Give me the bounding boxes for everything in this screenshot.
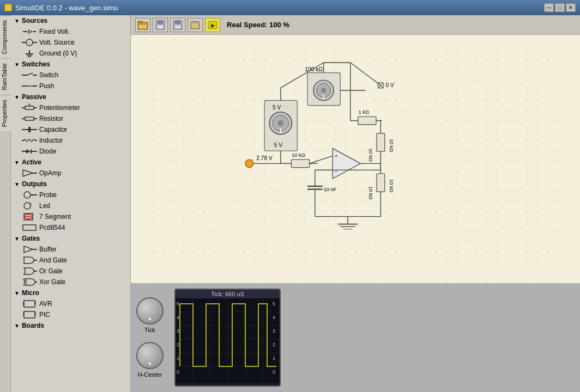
item-push[interactable]: Push: [11, 81, 130, 91]
xor-gate-icon: [22, 278, 37, 286]
section-micro[interactable]: ▼Micro: [11, 287, 130, 298]
save-button[interactable]: [170, 18, 185, 32]
svg-rect-8: [29, 50, 30, 53]
svg-rect-11: [28, 57, 31, 58]
svg-text:10 kΩ: 10 kΩ: [292, 152, 305, 158]
svg-rect-56: [34, 260, 37, 261]
xor-gate-label: Xor Gate: [39, 278, 65, 286]
oscilloscope: Tick: 660 uS: [174, 289, 281, 387]
switches-label: Switches: [22, 60, 50, 68]
capacitor-label: Capacitor: [39, 126, 67, 133]
svg-rect-1: [28, 29, 29, 34]
item-and-gate[interactable]: And Gate: [11, 255, 130, 266]
save-as-button[interactable]: [153, 18, 168, 32]
item-xor-gate[interactable]: Xor Gate: [11, 277, 130, 287]
import-button[interactable]: [188, 18, 203, 32]
section-outputs[interactable]: ▼Outputs: [11, 179, 130, 189]
svg-text:5: 5: [273, 301, 275, 307]
inductor-label: Inductor: [39, 137, 63, 144]
svg-rect-129: [377, 174, 385, 192]
section-active[interactable]: ▼Active: [11, 157, 130, 168]
svg-text:10 nF: 10 nF: [324, 187, 337, 192]
svg-rect-36: [31, 149, 32, 154]
item-switch[interactable]: Switch: [11, 70, 130, 81]
item-led[interactable]: Led: [11, 200, 130, 211]
item-probe[interactable]: Probe: [11, 189, 130, 200]
svg-text:4: 4: [177, 315, 179, 320]
minimize-button[interactable]: —: [544, 3, 554, 12]
opamp-icon: [22, 169, 37, 177]
tab-properties[interactable]: Properties: [0, 95, 11, 131]
pcd8544-icon: [22, 223, 37, 232]
svg-rect-155: [176, 298, 281, 383]
svg-rect-71: [138, 21, 142, 23]
section-sources[interactable]: ▼Sources: [11, 15, 130, 26]
svg-rect-32: [22, 140, 24, 141]
item-opamp[interactable]: OpAmp: [11, 168, 130, 179]
svg-rect-16: [22, 85, 26, 87]
push-icon: [22, 82, 37, 90]
avr-label: AVR: [39, 300, 52, 308]
item-fixed-volt[interactable]: Fixed Volt.: [11, 26, 130, 37]
svg-text:2: 2: [177, 342, 179, 347]
item-diode[interactable]: Diode: [11, 146, 130, 157]
svg-rect-18: [26, 85, 27, 87]
open-button[interactable]: [135, 18, 150, 32]
item-buffer[interactable]: Buffer: [11, 244, 130, 255]
item-volt-source[interactable]: ~ Volt. Source: [11, 37, 130, 48]
passive-label: Passive: [22, 93, 46, 101]
svg-marker-38: [23, 170, 33, 176]
item-or-gate[interactable]: Or Gate: [11, 266, 130, 277]
item-potentiometer[interactable]: Potentiometer: [11, 102, 130, 113]
svg-rect-17: [33, 85, 37, 87]
svg-text:0: 0: [177, 369, 179, 375]
svg-line-15: [27, 73, 33, 75]
svg-rect-14: [26, 75, 27, 76]
resistor-label: Resistor: [39, 115, 63, 122]
section-switches[interactable]: ▼Switches: [11, 59, 130, 70]
item-pcd8544[interactable]: Pcd8544: [11, 222, 130, 233]
svg-rect-28: [22, 129, 28, 130]
probe-label: Probe: [39, 191, 57, 199]
or-gate-label: Or Gate: [39, 267, 63, 275]
item-7segment[interactable]: 7 Segment: [11, 211, 130, 222]
svg-rect-27: [34, 118, 37, 119]
circuit-canvas[interactable]: 5 V 5 V 100 kΩ: [131, 35, 580, 283]
close-button[interactable]: ✕: [566, 3, 576, 12]
item-avr[interactable]: AVR: [11, 298, 130, 309]
section-passive[interactable]: ▼Passive: [11, 91, 130, 102]
switch-icon: [22, 71, 37, 79]
svg-text:1: 1: [177, 356, 179, 361]
svg-text:2.78 V: 2.78 V: [256, 155, 273, 161]
svg-rect-39: [33, 173, 37, 174]
svg-text:~: ~: [28, 41, 31, 46]
restore-button[interactable]: □: [555, 3, 565, 12]
svg-rect-26: [25, 117, 34, 120]
svg-rect-57: [34, 271, 37, 272]
tick-knob[interactable]: [136, 297, 164, 324]
svg-point-90: [277, 120, 283, 126]
hcenter-knob[interactable]: [136, 342, 164, 369]
svg-text:3: 3: [273, 328, 275, 334]
or-gate-icon: [22, 267, 37, 275]
diode-icon: [22, 147, 37, 156]
item-ground[interactable]: Ground (0 V): [11, 48, 130, 59]
item-resistor[interactable]: Resistor: [11, 113, 130, 124]
tab-ramtable[interactable]: RamTable: [0, 58, 11, 95]
item-capacitor[interactable]: Capacitor: [11, 124, 130, 135]
osc-title: Tick: 660 uS: [176, 290, 280, 298]
svg-point-132: [245, 160, 253, 168]
svg-marker-35: [26, 149, 31, 154]
pic-label: PIC: [39, 311, 50, 318]
section-boards[interactable]: ▼Boards: [11, 320, 130, 331]
tab-components[interactable]: Components: [0, 15, 11, 58]
svg-text:4: 4: [273, 315, 275, 320]
svg-rect-67: [23, 315, 24, 316]
ground-icon: [22, 49, 37, 58]
item-pic[interactable]: PIC: [11, 309, 130, 320]
svg-text:5 V: 5 V: [274, 142, 282, 148]
item-inductor[interactable]: Inductor: [11, 135, 130, 146]
section-gates[interactable]: ▼Gates: [11, 233, 130, 244]
svg-rect-10: [27, 55, 32, 56]
play-button[interactable]: ▶: [205, 18, 220, 32]
